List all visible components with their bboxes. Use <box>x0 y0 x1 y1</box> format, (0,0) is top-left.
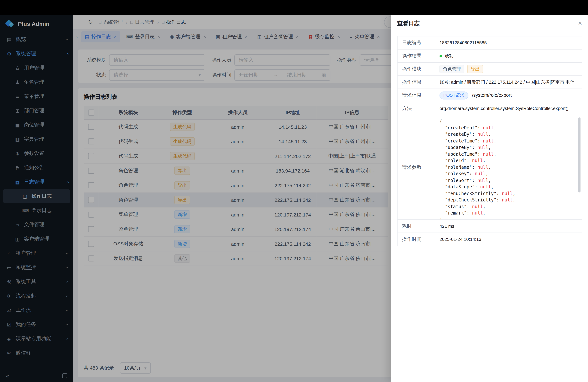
detail-value: 421 ms <box>434 220 582 233</box>
json-key: "createTime" <box>445 138 477 144</box>
detail-value: 成功 <box>434 49 582 62</box>
json-null: null <box>472 204 483 209</box>
json-null: null <box>483 125 494 130</box>
detail-label: 耗时 <box>398 220 434 233</box>
detail-row: 操作结果成功 <box>398 49 582 63</box>
detail-row: 耗时421 ms <box>398 220 582 233</box>
detail-value: 角色管理导出 <box>434 63 582 75</box>
detail-value: 2025-01-24 10:14:13 <box>434 233 582 246</box>
json-key: "roleName" <box>445 165 472 170</box>
detail-label: 操作信息 <box>398 76 434 88</box>
detail-label: 操作结果 <box>398 49 434 62</box>
success-dot-icon <box>440 55 442 57</box>
json-key: "createBy" <box>445 132 472 137</box>
detail-label: 请求参数 <box>398 115 434 219</box>
app-window: Plus Admin ▤概览›⚙系统管理›♙用户管理♟角色管理≡菜单管理⊞部门管… <box>0 15 588 382</box>
json-null: null <box>502 191 513 196</box>
json-null: null <box>480 184 491 189</box>
detail-label: 操作时间 <box>398 233 434 246</box>
json-key: "status" <box>445 204 467 209</box>
json-null: null <box>477 165 488 170</box>
drawer-title: 查看日志 <box>397 20 420 27</box>
json-key: "roleId" <box>445 158 467 163</box>
scrollbar-thumb[interactable] <box>578 117 581 192</box>
json-key: "createDept" <box>445 125 477 130</box>
json-null: null <box>477 178 488 183</box>
json-key: "deptCheckStrictly" <box>445 197 496 203</box>
json-null: null <box>477 132 488 137</box>
detail-row: 请求参数{ "createDept": null, "createBy": nu… <box>398 115 582 220</box>
detail-row: 操作模块角色管理导出 <box>398 63 582 76</box>
detail-label: 请求信息 <box>398 89 434 102</box>
request-params-json: { "createDept": null, "createBy": null, … <box>434 115 582 219</box>
detail-row: 操作信息账号: admin / 研发部门 / 222.175.114.242 /… <box>398 76 582 89</box>
detail-value: 1882612840802115585 <box>434 36 582 49</box>
request-url: /system/role/export <box>472 93 512 98</box>
status-text: 成功 <box>445 53 454 59</box>
module-tag: 导出 <box>467 65 483 73</box>
top-black-strip <box>0 0 588 15</box>
detail-value: { "createDept": null, "createBy": null, … <box>434 115 582 219</box>
screen: Plus Admin ▤概览›⚙系统管理›♙用户管理♟角色管理≡菜单管理⊞部门管… <box>0 0 588 382</box>
detail-value: POST请求/system/role/export <box>434 89 582 102</box>
drawer-header: 查看日志 × <box>391 15 588 32</box>
json-null: null <box>502 197 513 203</box>
detail-row: 方法org.dromara.system.controller.system.S… <box>398 102 582 115</box>
json-null: null <box>483 138 494 144</box>
json-key: "menuCheckStrictly" <box>445 191 496 196</box>
json-key: "roleKey" <box>445 171 469 176</box>
request-method-tag: POST请求 <box>440 91 468 99</box>
detail-value: org.dromara.system.controller.system.Sys… <box>434 102 582 115</box>
json-key: "updateTime" <box>445 151 477 156</box>
detail-row: 操作时间2025-01-24 10:14:13 <box>398 233 582 246</box>
detail-label: 操作模块 <box>398 63 434 75</box>
drawer-close-icon[interactable]: × <box>578 20 582 27</box>
json-key: "dataScope" <box>445 184 475 189</box>
json-key: "remark" <box>445 211 467 216</box>
json-content: { "createDept": null, "createBy": null, … <box>434 115 582 219</box>
json-null: null <box>475 171 485 176</box>
module-tag: 角色管理 <box>440 65 464 73</box>
json-key: "updateBy" <box>445 145 472 150</box>
json-null: null <box>472 158 483 163</box>
json-null: null <box>477 145 488 150</box>
view-log-drawer: 查看日志 × 日志编号1882612840802115585操作结果成功操作模块… <box>391 15 588 382</box>
detail-label: 日志编号 <box>398 36 434 49</box>
detail-row: 请求信息POST请求/system/role/export <box>398 89 582 102</box>
json-null: null <box>483 151 494 156</box>
log-detail-grid: 日志编号1882612840802115585操作结果成功操作模块角色管理导出操… <box>397 36 582 246</box>
detail-label: 方法 <box>398 102 434 115</box>
detail-value: 账号: admin / 研发部门 / 222.175.114.242 / 中国|… <box>434 76 582 88</box>
detail-row: 日志编号1882612840802115585 <box>398 36 582 49</box>
json-null: null <box>472 211 483 216</box>
json-key: "roleSort" <box>445 178 472 183</box>
